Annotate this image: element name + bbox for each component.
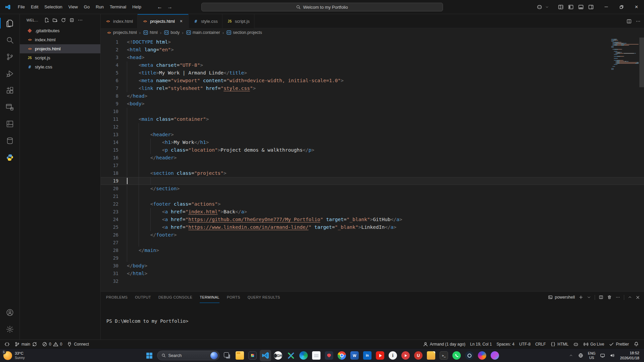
status-problems[interactable]: 00: [40, 340, 64, 348]
cast-icon[interactable]: [598, 351, 606, 361]
file-item-style-css[interactable]: #style.css: [20, 62, 100, 71]
panel-more-actions-icon[interactable]: [615, 295, 620, 300]
status-notifications[interactable]: [631, 340, 641, 348]
panel-tab-problems[interactable]: PROBLEMS: [106, 292, 128, 303]
start-button[interactable]: [144, 350, 155, 361]
taskbar-app-whatsapp-icon[interactable]: [451, 350, 462, 361]
navigate-forward-icon[interactable]: →: [167, 4, 172, 10]
shell-selector[interactable]: powershell: [548, 295, 575, 300]
taskbar-app-notepad-icon[interactable]: [311, 350, 322, 361]
panel-tab-terminal[interactable]: TERMINAL: [200, 292, 219, 303]
breadcrumb-item-main-container[interactable]: main.container: [186, 30, 220, 35]
breadcrumb-item-section-projects[interactable]: section.projects: [226, 30, 262, 35]
command-center-search[interactable]: Welcom to my Portfolio: [201, 3, 443, 11]
activity-run-debug-icon[interactable]: [0, 65, 19, 82]
taskbar-app-edge-icon[interactable]: [298, 350, 309, 361]
close-panel-icon[interactable]: [636, 295, 640, 300]
activity-python-icon[interactable]: [0, 149, 19, 166]
code-line[interactable]: 12: [101, 123, 644, 131]
terminal-content[interactable]: PS D:\Welcom to my Portfolio>: [101, 303, 644, 324]
code-line[interactable]: 5<title>My Work | Armand Linde</title>: [101, 69, 644, 77]
refresh-icon[interactable]: [60, 16, 67, 24]
launch-profile-chevron-icon[interactable]: [587, 295, 591, 299]
code-line[interactable]: 26</footer>: [101, 231, 644, 239]
minimap[interactable]: [611, 39, 639, 71]
restore-button[interactable]: [614, 0, 629, 14]
taskbar-app-file-explorer-icon[interactable]: [234, 350, 246, 361]
taskbar-app-media-play-icon[interactable]: [400, 350, 411, 361]
code-line[interactable]: 24<a href="https://github.com/TheGreyOne…: [101, 216, 644, 223]
activity-explorer-icon[interactable]: [0, 15, 19, 32]
taskbar-search[interactable]: Search: [157, 351, 219, 360]
taskbar-app-copilot-app-icon[interactable]: [489, 350, 501, 361]
code-line[interactable]: 10: [101, 108, 644, 115]
split-terminal-icon[interactable]: [599, 295, 603, 300]
code-line[interactable]: 31</html>: [101, 270, 644, 277]
new-file-icon[interactable]: [43, 16, 50, 24]
status-source-control-author[interactable]: Armand (1 day ago): [420, 340, 468, 348]
breadcrumb-item-html[interactable]: html: [143, 30, 158, 35]
status-eol[interactable]: CRLF: [533, 340, 548, 348]
file-item-script-js[interactable]: JSscript.js: [20, 53, 100, 62]
network-globe-icon[interactable]: [577, 351, 585, 361]
taskbar-app-info-icon[interactable]: i: [387, 350, 399, 361]
tab-script-js[interactable]: JSscript.js: [222, 14, 254, 28]
more-actions-icon[interactable]: [636, 19, 641, 24]
new-terminal-icon[interactable]: [579, 295, 583, 300]
editor-scrollbar-thumb[interactable]: [639, 38, 644, 87]
panel-tab-debug-console[interactable]: DEBUG CONSOLE: [158, 292, 192, 303]
file-item-gitattributes[interactable]: .gitattributes: [20, 26, 100, 35]
activity-sql-database-icon[interactable]: [0, 99, 19, 115]
code-line[interactable]: 3<head>: [101, 54, 644, 61]
panel-tab-output[interactable]: OUTPUT: [135, 292, 151, 303]
code-line[interactable]: 6<meta name="viewport" content="width=de…: [101, 77, 644, 85]
copilot-dropdown-chevron-icon[interactable]: [544, 2, 550, 12]
status-encoding[interactable]: UTF-8: [517, 340, 533, 348]
code-line[interactable]: 16</header>: [101, 154, 644, 162]
code-line[interactable]: 13<header>: [101, 131, 644, 139]
taskbar-app-phone-link-icon[interactable]: [247, 350, 258, 361]
navigate-back-icon[interactable]: ←: [157, 4, 162, 10]
taskbar-app-youtube-icon[interactable]: [375, 350, 386, 361]
code-line[interactable]: 32: [101, 277, 644, 285]
taskbar-clock[interactable]: 18:52 2026/01/18: [618, 351, 642, 361]
code-line[interactable]: 7<link rel="stylesheet" href="style.css"…: [101, 85, 644, 92]
hidden-icons-chevron-icon[interactable]: [567, 351, 575, 361]
maximize-panel-icon[interactable]: [628, 295, 632, 299]
code-line[interactable]: 20</section>: [101, 185, 644, 193]
taskbar-app-utorrent-icon[interactable]: U: [413, 350, 424, 361]
copilot-icon[interactable]: [534, 2, 544, 12]
file-item-projects-html[interactable]: <>projects.html: [20, 44, 100, 53]
panel-tab-query-results[interactable]: QUERY RESULTS: [248, 292, 280, 303]
status-language-mode[interactable]: HTML: [548, 340, 571, 348]
status-cursor-position[interactable]: Ln 19, Col 1: [468, 340, 494, 348]
taskbar-app-notes-icon[interactable]: [426, 350, 437, 361]
language-indicator[interactable]: ENG US: [587, 351, 597, 360]
menu-selection[interactable]: Selection: [41, 3, 65, 11]
taskbar-app-security-icon[interactable]: [324, 350, 335, 361]
code-line[interactable]: 14<h1>My Work</h1>: [101, 139, 644, 146]
new-folder-icon[interactable]: [51, 16, 59, 24]
status-git-branch[interactable]: main: [12, 340, 40, 348]
code-line[interactable]: 27: [101, 239, 644, 247]
code-line[interactable]: 29: [101, 254, 644, 262]
menu-terminal[interactable]: Terminal: [107, 3, 129, 11]
menu-help[interactable]: Help: [129, 3, 144, 11]
split-editor-icon[interactable]: [627, 19, 632, 24]
breadcrumb-item-body[interactable]: body: [164, 30, 180, 35]
more-icon[interactable]: [77, 16, 84, 24]
code-line[interactable]: 1<!DOCTYPE html>: [101, 38, 644, 46]
taskbar-app-word-icon[interactable]: W: [349, 350, 360, 361]
taskbar-app-firefox-icon[interactable]: [477, 350, 488, 361]
code-line[interactable]: 23<a href="index.html">Back</a>: [101, 208, 644, 216]
minimize-button[interactable]: [599, 0, 614, 14]
status-go-live[interactable]: Go Live: [581, 340, 606, 348]
code-line[interactable]: 22<footer class="actions">: [101, 200, 644, 208]
menu-view[interactable]: View: [65, 3, 81, 11]
file-item-index-html[interactable]: <>index.html: [20, 35, 100, 44]
code-line[interactable]: 4<meta charset="UTF-8">: [101, 61, 644, 69]
code-line[interactable]: 11<main class="container">: [101, 115, 644, 123]
code-line[interactable]: 19: [101, 177, 644, 185]
status-indentation[interactable]: Spaces: 4: [494, 340, 517, 348]
taskbar-app-steam-icon[interactable]: [464, 350, 475, 361]
